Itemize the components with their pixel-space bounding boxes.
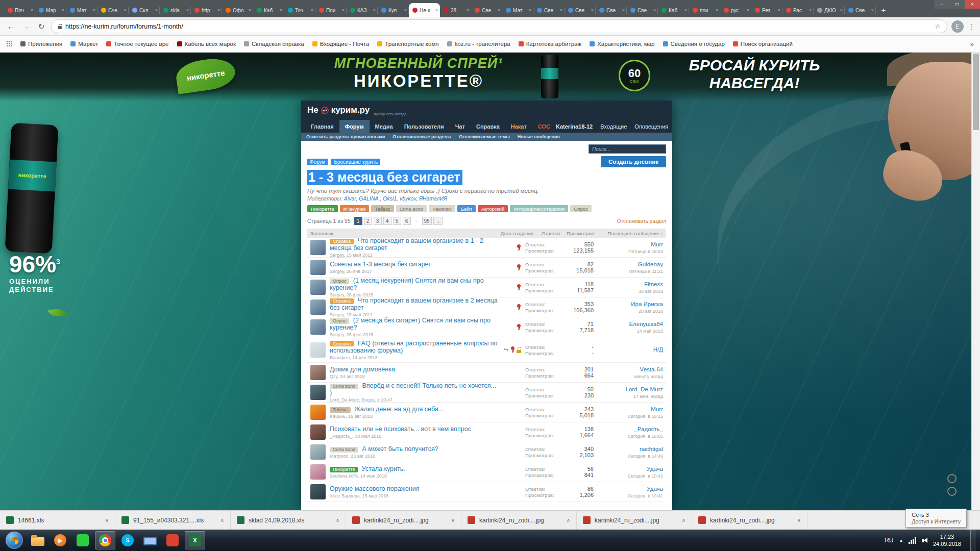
download-item[interactable]: kartinki24_ru_zodi....jpg ∧ bbox=[692, 511, 807, 530]
taskbar-icon[interactable] bbox=[72, 531, 93, 549]
create-journal-button[interactable]: Создать дневник bbox=[601, 156, 666, 167]
thread-title-link[interactable]: А может быть получится? bbox=[362, 445, 438, 453]
tab-close-icon[interactable]: × bbox=[249, 8, 251, 13]
forum-nav-tab[interactable]: Пользователи bbox=[399, 120, 450, 133]
bookmark-item[interactable]: Характеристики, мар bbox=[590, 41, 654, 47]
thread-avatar[interactable] bbox=[310, 319, 326, 335]
thread-title-link[interactable]: (2 месяца без сигарет) Снятся ли вам сны… bbox=[330, 317, 491, 331]
thread-avatar[interactable] bbox=[310, 260, 326, 275]
last-message-user[interactable]: Удача bbox=[647, 466, 663, 472]
browser-tab[interactable]: рус × bbox=[720, 3, 751, 17]
thread-avatar[interactable] bbox=[310, 405, 326, 420]
thread-title-link[interactable]: Что происходит в вашем организме в 2 мес… bbox=[330, 297, 498, 311]
browser-tab[interactable]: http × bbox=[191, 3, 222, 17]
last-message-user[interactable]: Fitness bbox=[644, 281, 663, 287]
forum-search-input[interactable] bbox=[592, 146, 663, 152]
tab-close-icon[interactable]: × bbox=[186, 8, 189, 13]
tab-close-icon[interactable]: × bbox=[155, 8, 158, 13]
taskbar-icon[interactable]: X bbox=[185, 531, 205, 549]
page-number-button[interactable]: → bbox=[433, 217, 443, 225]
bookmark-item[interactable]: Точное текущее вре bbox=[106, 41, 168, 47]
browser-tab[interactable]: КАЗ × bbox=[347, 3, 378, 17]
browser-tab[interactable]: Све × bbox=[627, 3, 658, 17]
tab-close-icon[interactable]: × bbox=[591, 8, 594, 13]
thread-title-link[interactable]: Жалко денег на яд для себя... bbox=[354, 406, 444, 413]
breadcrumb-item[interactable]: Форум bbox=[307, 159, 328, 165]
tab-close-icon[interactable]: × bbox=[778, 8, 780, 13]
thread-title-link[interactable]: Домик для домовёнка. bbox=[330, 366, 397, 373]
thread-row[interactable]: Оружие массового поражения Хосе Баррера,… bbox=[307, 482, 666, 502]
tag-pill[interactable]: #Некурим bbox=[340, 205, 369, 212]
bookmark-item[interactable]: Поиск организаций bbox=[733, 41, 793, 47]
user-menu-link[interactable]: Оповещения bbox=[634, 123, 668, 130]
thread-tag[interactable]: Табекс bbox=[330, 407, 351, 413]
browser-tab[interactable]: Рас × bbox=[782, 3, 814, 17]
thread-avatar[interactable] bbox=[310, 365, 326, 380]
clock[interactable]: 17:23 24.09.2018 bbox=[933, 533, 961, 548]
last-message-user[interactable]: Guldenay bbox=[638, 261, 663, 267]
browser-tab[interactable]: Куп × bbox=[378, 3, 409, 17]
tab-close-icon[interactable]: × bbox=[809, 8, 812, 13]
last-message-user[interactable]: nachtigal bbox=[640, 446, 663, 452]
thread-tag[interactable]: Сила воли bbox=[330, 447, 358, 453]
browser-tab[interactable]: Не-к × bbox=[409, 3, 440, 17]
thread-avatar[interactable] bbox=[310, 299, 326, 315]
forum-nav-tab[interactable]: Главная bbox=[305, 120, 339, 133]
taskbar-icon[interactable] bbox=[140, 531, 160, 549]
tab-close-icon[interactable]: × bbox=[311, 8, 313, 13]
tray-expand-icon[interactable]: ▲ bbox=[899, 538, 903, 543]
subnav-link[interactable]: Отслеживаемые разделы bbox=[393, 134, 451, 139]
browser-tab[interactable]: ДКЮ × bbox=[814, 3, 845, 17]
url-input[interactable] bbox=[65, 23, 931, 30]
thread-title-link[interactable]: Устала курить. bbox=[362, 465, 405, 472]
download-item[interactable]: kartinki24_ru_zodi....jpg ∧ bbox=[346, 511, 461, 530]
tab-close-icon[interactable]: × bbox=[560, 8, 562, 13]
browser-tab[interactable]: Сче × bbox=[97, 3, 129, 17]
browser-tab[interactable]: Мар × bbox=[35, 3, 66, 17]
download-menu-icon[interactable]: ∧ bbox=[105, 517, 109, 523]
tag-pill[interactable]: Иглорефлексотерапия bbox=[510, 205, 568, 212]
thread-title-link[interactable]: Советы на 1-3 месяца без сигарет bbox=[330, 261, 431, 268]
browser-tab[interactable]: Све × bbox=[596, 3, 627, 17]
last-message-user[interactable]: Ира Ириска bbox=[631, 301, 663, 307]
bookmark-item[interactable]: Складская справка bbox=[244, 41, 304, 47]
network-icon[interactable] bbox=[909, 537, 916, 544]
start-button[interactable] bbox=[6, 532, 23, 549]
username-link[interactable]: Katerina18-12 bbox=[556, 123, 593, 130]
taskbar-icon[interactable] bbox=[28, 531, 48, 549]
thread-row[interactable]: Справка Что происходит в вашем организме… bbox=[307, 297, 666, 317]
bookmarks-overflow-icon[interactable]: » bbox=[970, 40, 974, 48]
bookmark-star-icon[interactable]: ☆ bbox=[935, 22, 941, 30]
page-number-button[interactable]: · bbox=[412, 217, 421, 225]
thread-row[interactable]: Советы на 1-3 месяца без сигарет Sergey,… bbox=[307, 258, 666, 278]
thread-row[interactable]: Опрос (2 месяца без сигарет) Снятся ли в… bbox=[307, 317, 666, 337]
breadcrumb-item[interactable]: Бросившие курить bbox=[331, 159, 380, 165]
bookmark-item[interactable]: Транспортные комп bbox=[377, 41, 438, 47]
thread-avatar[interactable] bbox=[310, 385, 326, 400]
language-indicator[interactable]: RU bbox=[885, 537, 893, 544]
bookmark-item[interactable]: Сведения о государ bbox=[663, 41, 725, 47]
thread-tag[interactable]: Опрос bbox=[330, 318, 349, 324]
thread-avatar[interactable] bbox=[310, 240, 326, 255]
forum-nav-tab[interactable]: Справка bbox=[471, 120, 505, 133]
browser-tab[interactable]: Мат × bbox=[502, 3, 533, 17]
browser-tab[interactable]: Мат × bbox=[66, 3, 97, 17]
forum-nav-tab[interactable]: Чат bbox=[450, 120, 471, 133]
browser-tab[interactable]: Све × bbox=[533, 3, 565, 17]
page-number-button[interactable]: 5 bbox=[393, 217, 401, 225]
thread-tag[interactable]: Сила воли bbox=[330, 384, 358, 389]
maximize-button[interactable]: □ bbox=[949, 0, 965, 9]
thread-avatar[interactable] bbox=[310, 424, 326, 440]
ad-banner[interactable]: никоретте МГНОВЕННЫЙ СПРЕЙ¹ НИКОРЕТТЕ® 6… bbox=[0, 53, 980, 102]
browser-tab[interactable]: Све × bbox=[845, 3, 876, 17]
volume-icon[interactable] bbox=[922, 538, 927, 543]
tab-close-icon[interactable]: × bbox=[622, 8, 625, 13]
last-message-user[interactable]: Murr bbox=[651, 406, 663, 412]
browser-tab[interactable]: Точ × bbox=[284, 3, 315, 17]
download-item[interactable]: 14661.xls ∧ bbox=[0, 511, 115, 530]
download-menu-icon[interactable]: ∧ bbox=[682, 517, 685, 523]
thread-tag[interactable]: Справка bbox=[330, 341, 354, 346]
last-message-user[interactable]: Н/Д bbox=[653, 346, 663, 353]
tab-close-icon[interactable]: × bbox=[684, 8, 687, 13]
thread-row[interactable]: Сила воли Вперёд и с песней!! Только пет… bbox=[307, 383, 666, 403]
